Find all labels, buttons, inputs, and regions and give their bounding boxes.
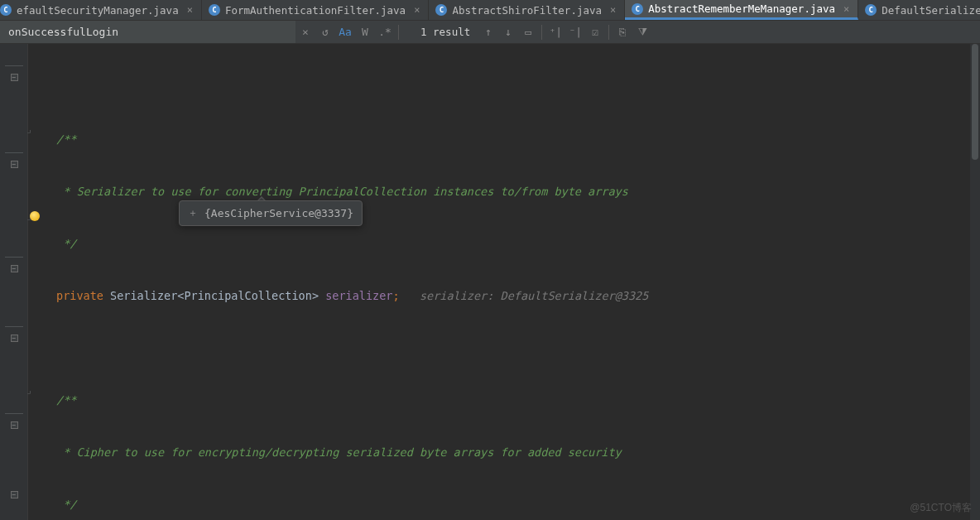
vertical-scrollbar[interactable]	[970, 44, 980, 520]
field-serializer: serializer	[325, 289, 392, 302]
separator	[608, 25, 609, 40]
tab-label: AbstractShiroFilter.java	[452, 4, 602, 17]
expand-icon[interactable]: ＋	[188, 206, 198, 220]
find-toolbar: × ↺ Aa W .* 1 result ↑ ↓ ▭ ⁺| ⁻| ☑ ⎘ ⧩	[0, 21, 980, 44]
close-find-icon[interactable]: ×	[295, 21, 315, 43]
tooltip-value: {AesCipherService@3337}	[204, 207, 353, 219]
method-sep-icon	[5, 326, 23, 327]
class-icon: C	[0, 4, 12, 16]
class-icon: C	[435, 4, 447, 16]
separator	[541, 25, 542, 40]
class-icon: C	[209, 4, 220, 16]
match-case-icon[interactable]: Aa	[335, 21, 355, 43]
javadoc-close: */	[56, 498, 76, 511]
scrollbar-thumb[interactable]	[972, 44, 978, 160]
class-icon: C	[865, 4, 877, 16]
tab-default-serializer[interactable]: C DefaultSerializer.java ×	[858, 0, 980, 20]
javadoc-open: /**	[56, 393, 76, 407]
code-editor[interactable]: /** * Serializer to use for converting P…	[28, 44, 980, 520]
tab-default-security-manager[interactable]: C efaultSecurityManager.java ×	[0, 0, 202, 20]
keyword-private: private	[56, 289, 103, 302]
method-sep-icon	[5, 413, 23, 414]
fold-indicator[interactable]: −	[0, 330, 28, 347]
find-input[interactable]	[0, 21, 295, 43]
filter-icon[interactable]: ⧩	[632, 21, 652, 43]
debug-evaluate-tooltip[interactable]: ＋ {AesCipherService@3337}	[179, 200, 363, 226]
javadoc-close: */	[56, 237, 76, 250]
prev-match-icon[interactable]: ↑	[478, 21, 498, 43]
editor-gutter: − ⌟ − ⌟ − − ⌟ − −	[0, 44, 28, 520]
close-icon[interactable]: ×	[414, 4, 420, 16]
method-sep-icon	[5, 152, 23, 153]
tab-label: FormAuthenticationFilter.java	[225, 4, 406, 17]
close-icon[interactable]: ×	[187, 4, 193, 16]
select-in-editor-icon[interactable]: ▭	[518, 21, 538, 43]
next-match-icon[interactable]: ↓	[498, 21, 518, 43]
separator	[398, 25, 399, 40]
method-sep-icon	[5, 65, 23, 66]
tab-label: AbstractRememberMeManager.java	[648, 2, 835, 15]
inlay-hint: serializer: DefaultSerializer@3325	[420, 289, 648, 302]
fold-indicator[interactable]: −	[0, 486, 28, 503]
method-sep-icon	[5, 257, 23, 258]
tab-abstract-remember-me-manager[interactable]: C AbstractRememberMeManager.java ×	[625, 0, 858, 20]
close-icon[interactable]: ×	[843, 3, 849, 15]
type-ref: Serializer<PrincipalCollection>	[110, 289, 319, 302]
find-result-count: 1 result	[420, 26, 470, 38]
javadoc-line: * Cipher to use for encrypting/decryptin…	[56, 445, 622, 459]
class-icon: C	[632, 3, 643, 15]
tab-abstract-shiro-filter[interactable]: C AbstractShiroFilter.java ×	[429, 0, 625, 20]
tab-label: DefaultSerializer.java	[882, 4, 980, 17]
select-all-icon[interactable]: ☑	[585, 21, 605, 43]
fold-indicator[interactable]: −	[0, 416, 28, 434]
fold-indicator[interactable]: −	[0, 156, 28, 173]
tab-label: efaultSecurityManager.java	[17, 4, 179, 17]
add-selection-icon[interactable]: ⁺|	[545, 21, 565, 43]
regex-icon[interactable]: .*	[375, 21, 395, 43]
editor-tabs: C efaultSecurityManager.java × C FormAut…	[0, 0, 980, 21]
close-icon[interactable]: ×	[610, 4, 616, 16]
whole-word-icon[interactable]: W	[355, 21, 375, 43]
javadoc-open: /**	[56, 132, 76, 146]
tab-form-auth-filter[interactable]: C FormAuthenticationFilter.java ×	[202, 0, 429, 20]
history-icon[interactable]: ↺	[315, 21, 335, 43]
fold-indicator[interactable]: −	[0, 69, 28, 86]
semicolon: ;	[392, 289, 399, 302]
remove-selection-icon[interactable]: ⁻|	[565, 21, 585, 43]
export-icon[interactable]: ⎘	[612, 21, 632, 43]
watermark: @51CTO博客	[910, 501, 972, 515]
fold-indicator[interactable]: −	[0, 260, 28, 277]
javadoc-line: * Serializer to use for converting Princ…	[56, 185, 628, 198]
